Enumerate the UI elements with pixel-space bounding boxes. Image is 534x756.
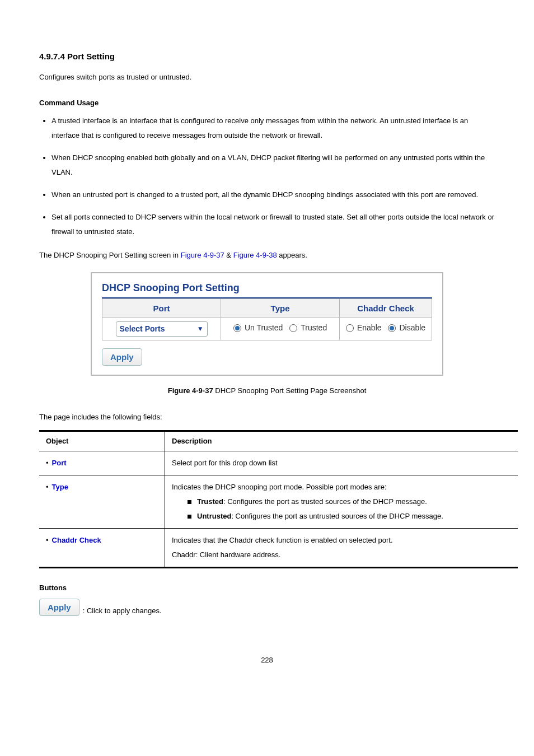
radio-trusted[interactable]: [289, 324, 297, 332]
square-bullet-icon: [188, 515, 191, 519]
field-desc-port: Select port for this drop down list: [165, 451, 518, 475]
apply-button[interactable]: Apply: [102, 348, 142, 366]
usage-item: A trusted interface is an interface that…: [51, 114, 495, 143]
field-desc-chaddr: Indicates that the Chaddr check function…: [165, 528, 518, 567]
text: The DHCP Snooping Port Setting screen in: [39, 251, 181, 259]
screen-reference-line: The DHCP Snooping Port Setting screen in…: [39, 250, 495, 260]
buttons-heading: Buttons: [39, 583, 495, 593]
field-object-chaddr: •Chaddr Check: [39, 528, 165, 567]
trusted-bold: Trusted: [197, 497, 223, 506]
fields-th-object: Object: [39, 431, 165, 451]
figure-link[interactable]: Figure 4-9-37: [181, 251, 224, 259]
port-select-value: Select Ports: [120, 324, 165, 335]
fields-intro: The page includes the following fields:: [39, 412, 495, 422]
col-header-type: Type: [221, 298, 340, 318]
radio-label: Trusted: [301, 323, 327, 334]
apply-description: : Click to apply changes.: [83, 606, 162, 616]
fields-table: Object Description •Port Select port for…: [39, 430, 518, 568]
radio-label: Un Trusted: [245, 323, 283, 334]
radio-untrusted[interactable]: [233, 324, 241, 332]
section-intro: Configures switch ports as trusted or un…: [39, 72, 495, 82]
radio-label: Disable: [399, 323, 425, 334]
text: appears.: [277, 251, 307, 259]
chevron-down-icon: ▼: [197, 324, 204, 334]
col-header-chaddr: Chaddr Check: [340, 298, 432, 318]
caption-text: DHCP Snooping Port Setting Page Screensh…: [213, 386, 367, 395]
untrusted-text: : Configures the port as untrusted sourc…: [231, 512, 443, 520]
port-setting-table: Port Type Chaddr Check Select Ports ▼ Un…: [102, 298, 432, 341]
field-object-type: •Type: [39, 475, 165, 528]
figure-caption: Figure 4-9-37 DHCP Snooping Port Setting…: [39, 386, 495, 396]
figure-link[interactable]: Figure 4-9-38: [233, 251, 277, 259]
usage-item: When DHCP snooping enabled both globally…: [51, 151, 495, 180]
chaddr-line1: Indicates that the Chaddr check function…: [172, 533, 511, 548]
trusted-text: : Configures the port as trusted sources…: [223, 497, 427, 506]
radio-enable[interactable]: [346, 324, 354, 332]
col-header-port: Port: [102, 298, 221, 318]
fields-th-description: Description: [165, 431, 518, 451]
square-bullet-icon: [188, 500, 191, 504]
caption-bold: Figure 4-9-37: [168, 386, 213, 395]
apply-button[interactable]: Apply: [39, 599, 79, 616]
field-object-port: •Port: [39, 451, 165, 475]
untrusted-bold: Untrusted: [197, 512, 231, 520]
text: &: [224, 251, 233, 259]
panel-title: DHCP Snooping Port Setting: [102, 281, 432, 298]
section-heading: 4.9.7.4 Port Setting: [39, 50, 495, 62]
figure-screenshot: DHCP Snooping Port Setting Port Type Cha…: [91, 272, 443, 376]
usage-item: Set all ports connected to DHCP servers …: [51, 210, 495, 239]
buttons-row: Apply : Click to apply changes.: [39, 599, 495, 616]
port-select-dropdown[interactable]: Select Ports ▼: [116, 321, 208, 337]
radio-label: Enable: [357, 323, 382, 334]
chaddr-line2: Chaddr: Client hardware address.: [172, 548, 511, 562]
type-lead: Indicates the DHCP snooping port mode. P…: [172, 480, 511, 494]
command-usage-heading: Command Usage: [39, 98, 495, 108]
field-desc-type: Indicates the DHCP snooping port mode. P…: [165, 475, 518, 528]
radio-disable[interactable]: [388, 324, 396, 332]
page-number: 228: [39, 655, 495, 665]
usage-item: When an untrusted port is changed to a t…: [51, 188, 495, 202]
command-usage-list: A trusted interface is an interface that…: [39, 114, 495, 239]
